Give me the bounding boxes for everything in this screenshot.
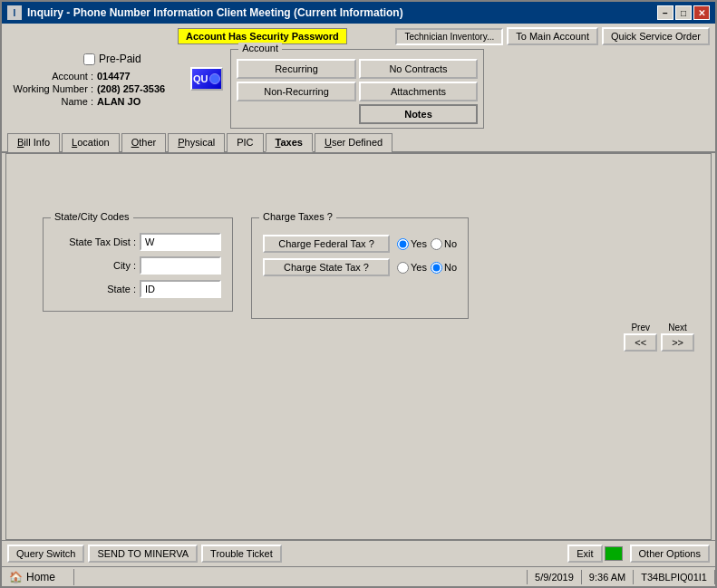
tab-other[interactable]: Other <box>121 133 167 152</box>
minimize-button[interactable]: − <box>657 5 673 20</box>
exit-group: Exit <box>567 545 622 563</box>
send-to-minerva-button[interactable]: SEND TO MINERVA <box>88 545 198 563</box>
status-time: 9:36 AM <box>582 570 634 584</box>
prev-nav-group: Prev << <box>624 323 657 352</box>
exit-indicator <box>605 546 623 561</box>
federal-yes-radio[interactable] <box>397 238 409 250</box>
tab-user-defined[interactable]: User Defined <box>315 133 392 152</box>
tab-physical[interactable]: Physical <box>168 133 225 152</box>
nav-row: Prev << Next >> <box>15 319 702 355</box>
next-nav-group: Next >> <box>661 323 694 352</box>
tab-pic[interactable]: PIC <box>227 133 263 152</box>
non-recurring-button[interactable]: Non-Recurring <box>237 82 356 101</box>
charge-federal-tax-button[interactable]: Charge Federal Tax ? <box>263 235 390 253</box>
tabs-row: Bill Info Location Other Physical PIC Ta… <box>2 132 715 153</box>
state-no-label: No <box>431 262 457 274</box>
prev-label: Prev <box>631 323 650 333</box>
trouble-ticket-button[interactable]: Trouble Ticket <box>201 545 282 563</box>
charge-taxes-legend: Charge Taxes ? <box>259 211 336 222</box>
status-date: 5/9/2019 <box>528 570 582 584</box>
next-label: Next <box>668 323 687 333</box>
globe-icon <box>209 73 220 84</box>
bottom-bar: Query Switch SEND TO MINERVA Trouble Tic… <box>2 540 715 566</box>
city-input[interactable] <box>140 256 221 275</box>
state-input[interactable] <box>140 280 221 298</box>
content-area: State/City Codes State Tax Dist : City :… <box>5 153 712 540</box>
home-label: Home <box>26 571 55 583</box>
account-group: Account Recurring No Contracts Non-Recur… <box>230 49 484 129</box>
next-button[interactable]: >> <box>661 333 694 352</box>
federal-no-radio[interactable] <box>431 238 442 250</box>
title-bar-controls: − □ ✕ <box>657 5 710 20</box>
to-main-account-button[interactable]: To Main Account <box>507 27 598 45</box>
charge-taxes-group: Charge Taxes ? Charge Federal Tax ? Yes … <box>251 217 469 319</box>
prepaid-label: Pre-Paid <box>99 53 141 65</box>
technician-inventory-button[interactable]: Technician Inventory... <box>395 28 503 45</box>
title-bar: I Inquiry - Phone Number Information Cli… <box>2 2 715 24</box>
no-contracts-button[interactable]: No Contracts <box>359 59 479 79</box>
tab-bill-info[interactable]: Bill Info <box>7 133 60 152</box>
exit-button[interactable]: Exit <box>567 545 602 563</box>
attachments-button[interactable]: Attachments <box>359 82 479 101</box>
name-value: ALAN JO <box>97 96 140 107</box>
charge-state-tax-button[interactable]: Charge State Tax ? <box>263 258 390 276</box>
tab-location[interactable]: Location <box>62 133 120 152</box>
other-options-button[interactable]: Other Options <box>630 545 710 563</box>
federal-yes-label: Yes <box>397 238 427 250</box>
state-yes-radio[interactable] <box>397 262 409 274</box>
maximize-button[interactable]: □ <box>675 5 692 20</box>
state-tax-dist-input[interactable] <box>140 233 221 251</box>
prev-button[interactable]: << <box>624 333 657 352</box>
state-tax-dist-label: State Tax Dist : <box>54 236 136 247</box>
home-button[interactable]: 🏠 Home <box>2 569 74 585</box>
query-switch-button[interactable]: Query Switch <box>7 545 84 563</box>
state-no-radio[interactable] <box>431 262 442 274</box>
account-group-legend: Account <box>238 43 282 53</box>
state-city-codes-group: State/City Codes State Tax Dist : City :… <box>43 217 233 312</box>
status-bar: 🏠 Home 5/9/2019 9:36 AM T34BLPIQ01I1 <box>2 566 715 586</box>
city-label: City : <box>54 260 136 271</box>
recurring-button[interactable]: Recurring <box>237 59 356 79</box>
working-number-value: (208) 257-3536 <box>97 83 165 94</box>
title-bar-text: Inquiry - Phone Number Information Clien… <box>27 6 403 19</box>
app-icon: I <box>7 5 22 20</box>
state-label: State : <box>54 284 136 294</box>
working-number-label: Working Number : <box>7 83 93 94</box>
account-value: 014477 <box>97 71 131 82</box>
name-label: Name : <box>7 96 93 107</box>
federal-no-label: No <box>431 238 457 250</box>
qu-button[interactable]: QU <box>190 67 223 91</box>
close-button[interactable]: ✕ <box>693 5 710 20</box>
status-code: T34BLPIQ01I1 <box>634 570 715 584</box>
account-label: Account : <box>7 71 93 82</box>
prepaid-checkbox[interactable] <box>83 53 95 65</box>
state-yes-label: Yes <box>397 262 427 274</box>
state-city-codes-legend: State/City Codes <box>51 211 133 222</box>
quick-service-order-button[interactable]: Quick Service Order <box>602 27 710 45</box>
notes-button[interactable]: Notes <box>359 104 479 124</box>
tab-taxes[interactable]: Taxes <box>266 133 313 152</box>
